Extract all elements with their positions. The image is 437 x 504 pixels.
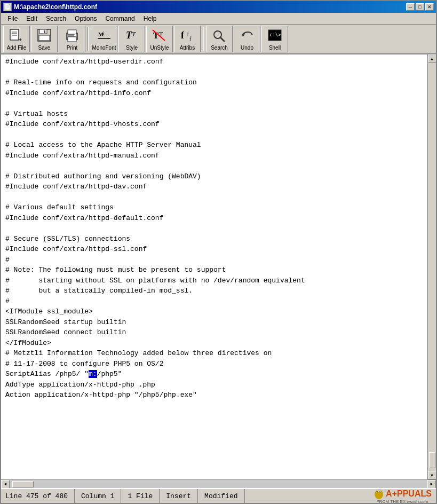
appuals-logo: A+PPUALS FROM THE EX wsxdn.com (373, 489, 432, 503)
scroll-left-button[interactable]: ◄ (1, 480, 10, 489)
search-toolbar-icon (211, 28, 228, 44)
window-controls: ─ □ ✕ (406, 3, 434, 11)
window-icon: 📄 (3, 3, 12, 11)
menu-search[interactable]: Search (42, 14, 70, 23)
monofont-label: MonoFont (92, 45, 116, 51)
maximize-button[interactable]: □ (416, 3, 424, 11)
add-file-icon: + (8, 28, 25, 44)
status-line: Line 475 of 480 (5, 489, 75, 503)
svg-text:+: + (19, 37, 22, 43)
svg-rect-15 (98, 38, 110, 39)
svg-text:f: f (189, 36, 192, 42)
svg-text:T: T (159, 30, 163, 38)
scroll-track-v[interactable] (428, 63, 436, 471)
menu-bar: File Edit Search Options Command Help (1, 13, 436, 25)
attribs-label: Attribs (180, 45, 195, 51)
logo-main-text: A+PPUALS (386, 489, 432, 498)
svg-point-24 (214, 31, 221, 38)
status-mode: Insert (160, 489, 198, 503)
save-button[interactable]: Save (31, 26, 58, 52)
status-column: Column 1 (75, 489, 121, 503)
save-label: Save (38, 45, 51, 51)
close-button[interactable]: ✕ (425, 3, 434, 11)
scroll-thumb-v[interactable] (429, 452, 435, 468)
status-files: 1 File (121, 489, 160, 503)
undo-icon (239, 28, 256, 44)
menu-file[interactable]: File (3, 14, 22, 23)
add-file-label: Add File (7, 45, 27, 51)
save-icon (36, 28, 53, 44)
toolbar: + Add File Save (1, 25, 436, 54)
scroll-down-button[interactable]: ▼ (428, 471, 436, 479)
svg-rect-11 (68, 37, 76, 42)
monofont-button[interactable]: M i MonoFont (91, 26, 117, 52)
scroll-thumb-h[interactable] (12, 481, 34, 487)
shell-label: Shell (269, 45, 281, 51)
add-file-button[interactable]: + Add File (3, 26, 30, 52)
svg-line-25 (220, 37, 225, 42)
menu-edit[interactable]: Edit (22, 14, 42, 23)
title-bar: 📄 M:\apache2\conf\httpd.conf ─ □ ✕ (1, 1, 436, 13)
minimize-button[interactable]: ─ (406, 3, 415, 11)
print-icon (63, 28, 81, 44)
svg-point-34 (379, 491, 380, 492)
editor-area[interactable]: #Include conf/extra/httpd-userdir.conf #… (1, 54, 427, 479)
print-button[interactable]: Print (59, 26, 85, 52)
style-button[interactable]: T T Style (118, 26, 145, 52)
shell-icon: c:\>_ (266, 28, 283, 44)
scroll-right-button[interactable]: ► (427, 480, 436, 489)
horizontal-scrollbar[interactable]: ◄ ► (1, 479, 436, 488)
unstyle-button[interactable]: T T UnStyle (146, 26, 173, 52)
search-label: Search (211, 45, 228, 51)
search-toolbar-button[interactable]: Search (206, 26, 233, 52)
svg-rect-0 (10, 29, 19, 40)
menu-help[interactable]: Help (139, 14, 161, 23)
svg-rect-10 (68, 30, 76, 34)
status-bar: Line 475 of 480 Column 1 1 File Insert M… (1, 488, 436, 503)
mono-icon: M i (96, 28, 113, 44)
editor-container: #Include conf/extra/httpd-userdir.conf #… (1, 54, 436, 479)
menu-options[interactable]: Options (70, 14, 101, 23)
separator-2 (203, 27, 204, 51)
menu-command[interactable]: Command (101, 14, 139, 23)
attribs-button[interactable]: f f f Attribs (174, 26, 201, 52)
unstyle-icon: T T (151, 28, 168, 44)
svg-text:T: T (132, 30, 136, 38)
style-label: Style (126, 45, 138, 51)
logo-bug-icon (373, 488, 385, 500)
undo-label: Undo (241, 45, 253, 51)
print-label: Print (67, 45, 78, 51)
svg-point-12 (74, 34, 76, 36)
shell-button[interactable]: c:\>_ Shell (261, 26, 288, 52)
svg-rect-6 (39, 29, 47, 34)
main-window: 📄 M:\apache2\conf\httpd.conf ─ □ ✕ File … (0, 0, 437, 504)
style-icon: T T (123, 28, 140, 44)
logo-sub-text: FROM THE EX wsxdn.com (377, 500, 428, 504)
svg-text:c:\>_: c:\>_ (269, 32, 282, 37)
svg-text:i: i (103, 30, 105, 36)
svg-point-33 (377, 491, 378, 492)
status-modified: Modified (198, 489, 244, 503)
undo-button[interactable]: Undo (234, 26, 260, 52)
svg-rect-7 (39, 35, 50, 41)
svg-text:f: f (181, 30, 185, 41)
window-title: M:\apache2\conf\httpd.conf (14, 3, 404, 11)
scroll-track-h[interactable] (10, 480, 427, 488)
attribs-icon: f f f (179, 28, 196, 44)
unstyle-label: UnStyle (150, 45, 169, 51)
vertical-scrollbar[interactable]: ▲ ▼ (427, 54, 436, 479)
separator-1 (88, 27, 89, 51)
scroll-up-button[interactable]: ▲ (428, 54, 436, 63)
